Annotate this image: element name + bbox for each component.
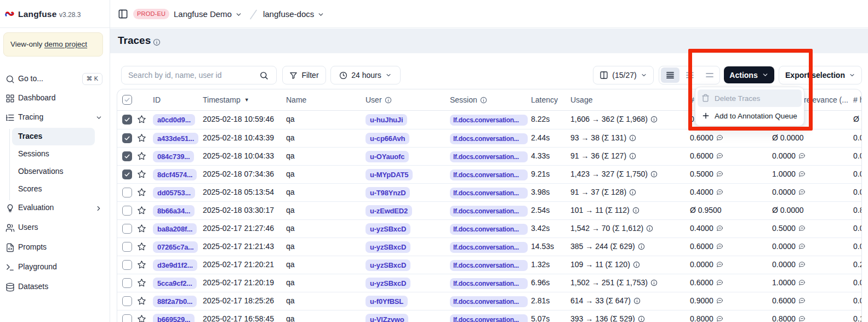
star-icon[interactable] xyxy=(137,224,146,233)
page-title-info-icon[interactable] xyxy=(153,38,161,46)
star-icon[interactable] xyxy=(137,115,146,124)
sidebar-subitem-sessions[interactable]: Sessions xyxy=(12,145,95,163)
user-badge[interactable]: u-T98YnzD xyxy=(366,187,410,199)
user-badge[interactable]: u-yzSBxcD xyxy=(366,223,410,235)
trace-id-badge[interactable]: dd05753... xyxy=(153,187,195,199)
org-chevron-down-icon[interactable] xyxy=(235,11,242,18)
column-header-session[interactable]: Session xyxy=(450,95,487,104)
column-visibility-button[interactable]: (15/27) xyxy=(593,66,654,84)
column-header-timestamp[interactable]: Timestamp▼ xyxy=(203,95,249,104)
row-checkbox[interactable] xyxy=(122,206,132,216)
trace-id-badge[interactable]: 8b66a34... xyxy=(153,205,195,217)
user-badge[interactable]: u-cp66Avh xyxy=(366,133,409,144)
row-checkbox[interactable] xyxy=(122,296,132,306)
star-icon[interactable] xyxy=(137,260,146,269)
table-row[interactable]: ba8a208f...2025-02-17 21:27:46qau-yzSBxc… xyxy=(117,219,861,238)
row-checkbox[interactable] xyxy=(122,224,132,234)
trace-id-badge[interactable]: 5cca9cf2... xyxy=(153,278,197,289)
star-icon[interactable] xyxy=(137,296,146,306)
user-badge[interactable]: u-huJhuJi xyxy=(366,114,407,126)
search-input[interactable]: Search by id, name, user id xyxy=(121,66,277,84)
sidebar-subitem-traces[interactable]: Traces xyxy=(12,128,95,145)
sidebar-item-evaluation[interactable]: Evaluation xyxy=(2,199,108,217)
session-badge[interactable]: lf.docs.conversation... xyxy=(450,278,528,289)
row-height-small-button[interactable] xyxy=(661,67,679,83)
star-icon[interactable] xyxy=(137,188,146,197)
trace-id-badge[interactable]: a433de51... xyxy=(153,133,198,144)
row-checkbox[interactable] xyxy=(122,188,132,197)
sidebar-item-datasets[interactable]: Datasets xyxy=(2,278,108,296)
trace-id-badge[interactable]: 07265c7a... xyxy=(153,241,198,253)
trace-id-badge[interactable]: a0cd0d9... xyxy=(153,114,195,126)
session-badge[interactable]: lf.docs.conversation... xyxy=(450,242,528,253)
trace-id-badge[interactable]: ba8a208f... xyxy=(153,223,197,235)
session-badge[interactable]: lf.docs.conversation... xyxy=(450,224,528,235)
sidebar-toggle-icon[interactable] xyxy=(118,9,128,19)
time-range-select[interactable]: 24 hours xyxy=(330,66,401,84)
user-badge[interactable]: u-zEwdED2 xyxy=(366,205,412,217)
session-badge[interactable]: lf.docs.conversation... xyxy=(450,314,528,322)
trace-id-badge[interactable]: 8dcf4574... xyxy=(153,169,197,180)
column-header-id[interactable]: ID xyxy=(153,95,161,104)
session-badge[interactable]: lf.docs.conversation... xyxy=(450,260,528,271)
star-icon[interactable] xyxy=(137,151,146,161)
table-row[interactable]: dd05753...2025-02-18 05:13:54qau-T98YnzD… xyxy=(117,183,861,201)
breadcrumb-org[interactable]: Langfuse Demo xyxy=(174,9,232,19)
row-checkbox[interactable] xyxy=(122,115,132,125)
sidebar-item-goto[interactable]: Go to...⌘ K xyxy=(2,70,108,88)
sidebar-item-prompts[interactable]: Prompts xyxy=(2,239,108,257)
column-header-name[interactable]: Name xyxy=(286,95,306,104)
search-icon[interactable] xyxy=(259,71,269,80)
table-row[interactable]: b669529...2025-02-17 16:58:45qau-VlZzvwo… xyxy=(117,310,861,322)
trace-id-badge[interactable]: 88f2a7b0... xyxy=(153,296,197,307)
user-badge[interactable]: u-f0YfBSL xyxy=(366,296,408,307)
user-badge[interactable]: u-OYauofc xyxy=(366,151,409,162)
star-icon[interactable] xyxy=(137,170,146,179)
session-badge[interactable]: lf.docs.conversation... xyxy=(450,151,528,162)
row-checkbox[interactable] xyxy=(122,151,132,161)
table-row[interactable]: 084c739...2025-02-18 10:04:33qau-OYauofc… xyxy=(117,147,861,165)
star-icon[interactable] xyxy=(137,206,146,215)
select-all-checkbox[interactable] xyxy=(122,95,132,105)
session-badge[interactable]: lf.docs.conversation... xyxy=(450,115,528,126)
row-checkbox[interactable] xyxy=(122,170,132,179)
sidebar-item-users[interactable]: Users xyxy=(2,219,108,237)
session-badge[interactable]: lf.docs.conversation... xyxy=(450,206,528,217)
user-badge[interactable]: u-yzSBxcD xyxy=(366,259,410,271)
trace-id-badge[interactable]: d3e9d1f2... xyxy=(153,259,197,271)
session-badge[interactable]: lf.docs.conversation... xyxy=(450,170,528,180)
table-row[interactable]: 8b66a34...2025-02-18 03:30:17qau-zEwdED2… xyxy=(117,201,861,219)
column-header-usage[interactable]: Usage xyxy=(570,95,592,104)
table-row[interactable]: 5cca9cf2...2025-02-17 21:20:19qau-yzSBxc… xyxy=(117,274,861,292)
user-badge[interactable]: u-MYpDAT5 xyxy=(366,169,413,180)
sidebar-subitem-observations[interactable]: Observations xyxy=(12,163,95,180)
trace-id-badge[interactable]: b669529... xyxy=(153,314,195,322)
column-header-score-4[interactable]: # h xyxy=(853,95,862,104)
session-badge[interactable]: lf.docs.conversation... xyxy=(450,188,528,199)
user-badge[interactable]: u-yzSBxcD xyxy=(366,241,410,253)
row-checkbox[interactable] xyxy=(122,133,132,143)
sidebar-item-dashboard[interactable]: Dashboard xyxy=(2,89,108,108)
sidebar-item-playground[interactable]: Playground xyxy=(2,258,108,276)
table-row[interactable]: a433de51...2025-02-18 10:43:39qau-cp66Av… xyxy=(117,129,861,147)
session-badge[interactable]: lf.docs.conversation... xyxy=(450,296,528,307)
star-icon[interactable] xyxy=(137,278,146,287)
column-header-user[interactable]: User xyxy=(366,95,392,104)
star-icon[interactable] xyxy=(137,314,146,322)
table-row[interactable]: 07265c7a...2025-02-17 21:21:43qau-yzSBxc… xyxy=(117,238,861,256)
breadcrumb-project[interactable]: langfuse-docs xyxy=(263,9,314,19)
row-checkbox[interactable] xyxy=(122,314,132,322)
table-row[interactable]: 88f2a7b0...2025-02-17 18:25:26qau-f0YfBS… xyxy=(117,292,861,310)
trace-id-badge[interactable]: 084c739... xyxy=(153,151,194,162)
sidebar-item-tracing[interactable]: Tracing xyxy=(2,109,108,127)
filter-button[interactable]: Filter xyxy=(282,66,326,84)
star-icon[interactable] xyxy=(137,133,146,143)
row-checkbox[interactable] xyxy=(122,278,132,288)
row-checkbox[interactable] xyxy=(122,260,132,270)
session-badge[interactable]: lf.docs.conversation... xyxy=(450,133,528,144)
sidebar-subitem-scores[interactable]: Scores xyxy=(12,180,95,198)
row-checkbox[interactable] xyxy=(122,242,132,252)
table-row[interactable]: d3e9d1f2...2025-02-17 21:20:21qau-yzSBxc… xyxy=(117,256,861,274)
column-header-latency[interactable]: Latency xyxy=(531,95,558,104)
table-row[interactable]: 8dcf4574...2025-02-18 07:34:36qau-MYpDAT… xyxy=(117,165,861,183)
